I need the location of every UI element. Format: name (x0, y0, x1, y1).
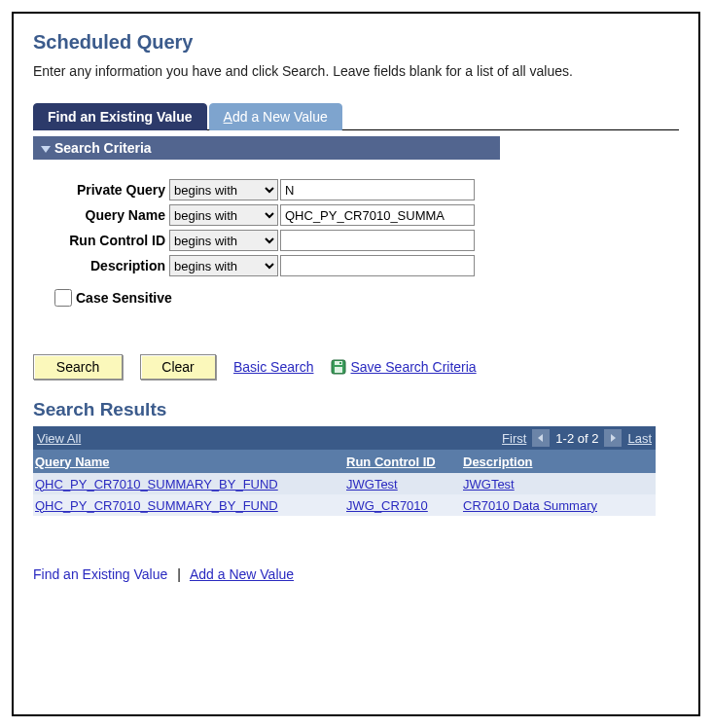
tab-row: Find an Existing Value Add a New Value (33, 102, 679, 130)
row-private-query: Private Query begins with (33, 179, 679, 200)
grid-header: Query Name Run Control ID Description (33, 450, 656, 473)
input-query-name[interactable] (280, 204, 475, 226)
basic-search-link[interactable]: Basic Search (233, 359, 313, 375)
grid-body: QHC_PY_CR7010_SUMMARY_BY_FUND JWGTest JW… (33, 473, 656, 516)
svg-rect-2 (335, 367, 342, 373)
row-query-name: Query Name begins with (33, 204, 679, 226)
label-case-sensitive: Case Sensitive (76, 290, 172, 306)
nav-last[interactable]: Last (627, 431, 652, 446)
footer-add-link[interactable]: Add a New Value (190, 566, 294, 582)
tab-find-existing[interactable]: Find an Existing Value (33, 103, 207, 130)
col-query-name[interactable]: Query Name (33, 455, 344, 469)
input-private-query[interactable] (280, 179, 475, 200)
grid-nav: First 1-2 of 2 Last (502, 429, 652, 447)
cell-run-control[interactable]: JWGTest (344, 477, 461, 491)
save-icon (331, 359, 346, 375)
footer-separator: | (177, 566, 181, 582)
row-case-sensitive: Case Sensitive (51, 286, 679, 309)
table-row: QHC_PY_CR7010_SUMMARY_BY_FUND JWG_CR7010… (33, 494, 656, 516)
tab-add-new-rest: dd a New Value (232, 109, 328, 125)
input-description[interactable] (280, 255, 475, 276)
label-run-control: Run Control ID (33, 233, 169, 248)
search-results-title: Search Results (33, 399, 679, 420)
save-criteria-group: Save Search Criteria (331, 359, 476, 375)
save-criteria-link[interactable]: Save Search Criteria (350, 359, 476, 375)
op-private-query[interactable]: begins with (169, 179, 278, 200)
nav-prev-icon[interactable] (532, 429, 550, 447)
cell-run-control[interactable]: JWG_CR7010 (344, 498, 461, 513)
col-description[interactable]: Description (461, 455, 656, 469)
search-criteria-form: Private Query begins with Query Name beg… (33, 179, 679, 309)
svg-marker-4 (538, 434, 543, 442)
checkbox-case-sensitive[interactable] (54, 289, 72, 307)
view-all-link[interactable]: View All (37, 431, 81, 446)
cell-description[interactable]: CR7010 Data Summary (461, 498, 656, 513)
svg-rect-3 (339, 362, 341, 364)
tab-add-new[interactable]: Add a New Value (209, 103, 342, 130)
page-title: Scheduled Query (33, 31, 679, 54)
row-description: Description begins with (33, 255, 679, 276)
results-grid: View All First 1-2 of 2 Last Query Name … (33, 426, 656, 516)
table-row: QHC_PY_CR7010_SUMMARY_BY_FUND JWGTest JW… (33, 473, 656, 494)
search-button[interactable]: Search (33, 354, 123, 380)
search-criteria-header[interactable]: Search Criteria (33, 136, 500, 160)
page-instruction: Enter any information you have and click… (33, 63, 679, 79)
input-run-control[interactable] (280, 230, 475, 251)
op-query-name[interactable]: begins with (169, 204, 278, 226)
nav-next-icon[interactable] (604, 429, 622, 447)
cell-description[interactable]: JWGTest (461, 477, 656, 491)
page-frame: Scheduled Query Enter any information yo… (12, 12, 700, 716)
footer-links: Find an Existing Value | Add a New Value (33, 566, 679, 582)
op-run-control[interactable]: begins with (169, 230, 278, 251)
cell-query-name[interactable]: QHC_PY_CR7010_SUMMARY_BY_FUND (33, 477, 344, 491)
tab-add-new-accel: A (224, 109, 232, 125)
search-criteria-label: Search Criteria (54, 140, 152, 156)
clear-button[interactable]: Clear (140, 354, 216, 380)
label-query-name: Query Name (33, 207, 169, 223)
collapse-icon (41, 146, 51, 153)
nav-first[interactable]: First (502, 431, 526, 446)
cell-query-name[interactable]: QHC_PY_CR7010_SUMMARY_BY_FUND (33, 498, 344, 513)
label-private-query: Private Query (33, 182, 169, 198)
footer-find-link[interactable]: Find an Existing Value (33, 566, 167, 582)
label-description: Description (33, 258, 169, 273)
button-row: Search Clear Basic Search Save Search Cr… (33, 354, 679, 380)
nav-range: 1-2 of 2 (555, 431, 598, 446)
svg-marker-5 (611, 434, 616, 442)
grid-toolbar: View All First 1-2 of 2 Last (33, 426, 656, 450)
col-run-control-id[interactable]: Run Control ID (344, 455, 461, 469)
row-run-control: Run Control ID begins with (33, 230, 679, 251)
op-description[interactable]: begins with (169, 255, 278, 276)
